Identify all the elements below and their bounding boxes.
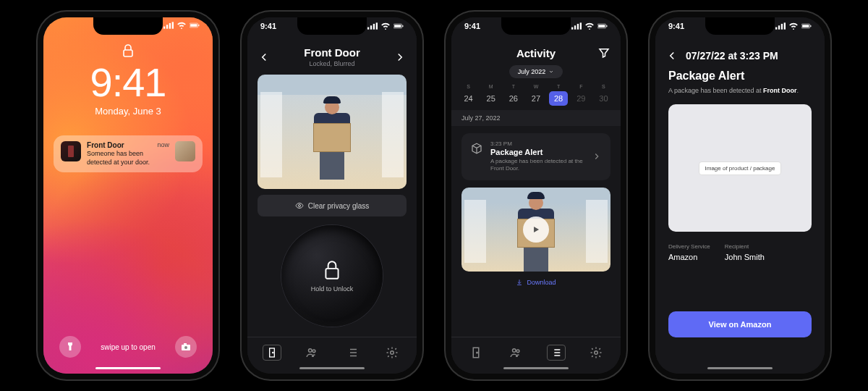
play-button[interactable] (523, 216, 549, 243)
page-subtitle: Locked, Blurred (304, 60, 359, 67)
notch (297, 17, 367, 35)
battery-icon (801, 22, 812, 30)
tab-activity[interactable] (343, 345, 362, 361)
tab-settings[interactable] (383, 345, 401, 361)
notification-title: Front Door (87, 141, 124, 149)
activity-time: 3:23 PM (490, 140, 584, 147)
month-selector[interactable]: July 2022 (509, 65, 563, 78)
lock-time: 9:41 (90, 62, 166, 103)
phone-activity: 9:41 Activity July 2022 S24 M25 T26 W27 (444, 10, 628, 381)
video-thumbnail[interactable] (461, 188, 610, 272)
cal-day[interactable]: W27 (527, 84, 545, 106)
signal-icon (775, 22, 786, 30)
home-indicator[interactable] (707, 367, 773, 369)
svg-rect-8 (68, 146, 74, 157)
notification-message: Someone has been detected at your door. (87, 150, 169, 167)
phone-package-alert: 9:41 07/27/22 at 3:23 PM Package Alert A… (648, 10, 832, 381)
cal-day[interactable]: S24 (459, 84, 478, 106)
camera-icon (181, 342, 191, 352)
cal-day[interactable]: M25 (482, 84, 501, 106)
activity-item[interactable]: 3:23 PM Package Alert A package has been… (461, 133, 610, 180)
wifi-icon (584, 22, 595, 30)
forward-button[interactable] (393, 51, 407, 64)
battery-icon (190, 22, 200, 29)
battery-icon (393, 22, 404, 30)
svg-point-37 (595, 351, 598, 355)
svg-rect-15 (376, 22, 378, 29)
alert-subtitle: A package has been detected at Front Doo… (668, 87, 812, 94)
notification-app-icon (61, 141, 81, 161)
svg-rect-18 (402, 25, 403, 27)
view-on-amazon-button[interactable]: View on Amazon (668, 311, 812, 337)
svg-rect-0 (163, 27, 165, 29)
svg-rect-27 (574, 25, 576, 29)
list-icon (346, 346, 359, 359)
tab-settings[interactable] (587, 345, 605, 361)
svg-rect-40 (781, 24, 783, 30)
lock-icon (323, 259, 341, 281)
section-date: July 27, 2022 (451, 110, 621, 126)
svg-point-24 (312, 350, 315, 353)
tab-people[interactable] (506, 345, 525, 361)
back-button[interactable] (258, 51, 271, 64)
chevron-down-icon (548, 69, 554, 75)
home-indicator[interactable] (299, 367, 365, 369)
notch (93, 17, 163, 35)
svg-point-19 (298, 205, 300, 207)
cal-day[interactable]: T26 (504, 84, 523, 106)
tab-activity[interactable] (547, 345, 566, 361)
alert-heading: Package Alert (668, 70, 812, 83)
phone-front-door: 9:41 Front Door Locked, Blurred (240, 10, 424, 381)
wifi-icon (380, 22, 391, 30)
svg-rect-43 (802, 25, 809, 28)
person-in-feed (307, 100, 357, 180)
flashlight-button[interactable] (59, 336, 81, 358)
camera-feed[interactable] (258, 75, 407, 189)
download-button[interactable]: Download (461, 279, 610, 286)
svg-rect-17 (394, 25, 401, 28)
page-title: Front Door (304, 46, 359, 59)
cal-day[interactable]: S30 (594, 84, 613, 106)
lock-date: Monday, June 3 (95, 106, 161, 117)
status-icons (163, 22, 200, 29)
status-time: 9:41 (260, 22, 276, 30)
camera-button[interactable] (175, 336, 197, 358)
notification-thumbnail (175, 141, 195, 161)
clear-privacy-glass-button[interactable]: Clear privacy glass (258, 195, 407, 216)
cal-day[interactable]: F29 (571, 84, 590, 106)
tab-people[interactable] (302, 345, 321, 361)
svg-rect-2 (169, 23, 171, 29)
filter-button[interactable] (597, 46, 610, 59)
svg-point-34 (477, 352, 478, 353)
delivery-service-value: Amazon (668, 253, 710, 261)
tab-door[interactable] (263, 345, 281, 361)
svg-rect-28 (577, 24, 579, 30)
signal-icon (163, 22, 174, 29)
svg-rect-32 (606, 25, 607, 27)
phone-lockscreen: 9:41 Monday, June 3 Front Door now Someo… (36, 10, 220, 381)
svg-rect-31 (598, 25, 605, 28)
chevron-right-icon (592, 151, 602, 161)
activity-desc: A package has been detected at the Front… (490, 158, 584, 173)
eye-icon (295, 201, 304, 210)
svg-rect-26 (571, 28, 573, 30)
cal-day-selected[interactable]: T28 (549, 84, 568, 106)
svg-rect-39 (778, 25, 780, 29)
gear-icon (386, 346, 399, 359)
flashlight-icon (65, 342, 75, 352)
svg-point-22 (272, 352, 273, 353)
tab-door[interactable] (467, 345, 485, 361)
notification-card[interactable]: Front Door now Someone has been detected… (54, 135, 203, 172)
svg-rect-20 (326, 269, 338, 279)
home-indicator[interactable] (503, 367, 569, 369)
back-button[interactable] (665, 49, 678, 62)
svg-rect-1 (166, 25, 168, 28)
wifi-icon (788, 22, 799, 30)
svg-point-35 (513, 349, 516, 353)
wifi-icon (176, 22, 187, 29)
svg-rect-12 (367, 28, 369, 30)
play-icon (531, 224, 541, 235)
svg-rect-6 (198, 25, 199, 26)
unlock-label: Hold to Unlock (311, 285, 354, 293)
hold-to-unlock-button[interactable]: Hold to Unlock (281, 225, 383, 327)
